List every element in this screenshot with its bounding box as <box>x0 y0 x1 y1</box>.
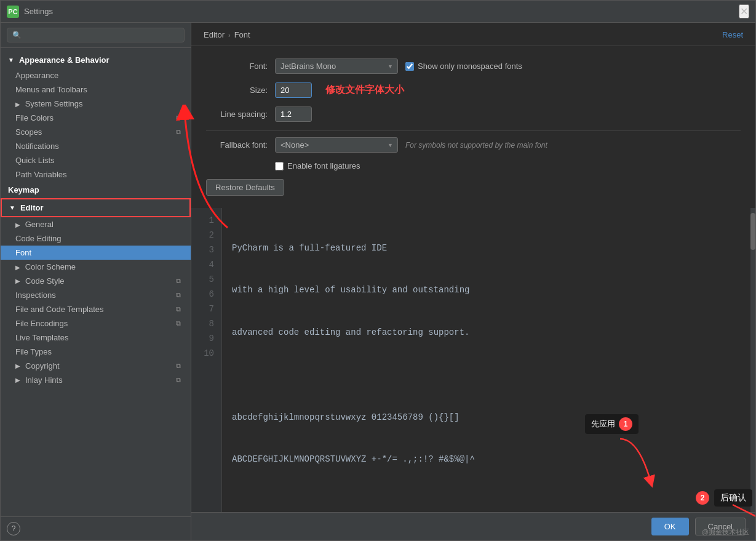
line-num-4: 4 <box>191 257 221 272</box>
preview-vscrollbar-thumb <box>750 213 755 250</box>
sidebar-item-inspections[interactable]: Inspections ⧉ <box>1 288 191 302</box>
preview-line-1: PyCharm is a full-featured IDE <box>232 241 741 255</box>
ligatures-checkbox[interactable] <box>275 162 284 170</box>
sidebar-item-label: Path Variables <box>15 170 67 179</box>
sidebar-item-editor[interactable]: ▼ Editor <box>1 198 191 217</box>
copy-icon: ⧉ <box>176 114 181 122</box>
line-num-7: 7 <box>191 302 221 316</box>
sidebar-item-code-editing[interactable]: Code Editing <box>1 231 191 246</box>
font-select-wrapper: JetBrains Mono <box>275 58 398 74</box>
breadcrumb-separator: › <box>228 31 231 39</box>
restore-row: Restore Defaults <box>206 179 741 196</box>
sidebar-item-label: File and Code Templates <box>15 305 104 314</box>
line-num-6: 6 <box>191 287 221 302</box>
preview-vscrollbar[interactable] <box>750 208 755 512</box>
sidebar-item-copyright[interactable]: ▶ Copyright ⧉ <box>1 359 191 373</box>
breadcrumb: Editor › Font Reset <box>191 23 755 46</box>
chevron-right-icon: ▶ <box>15 101 20 108</box>
sidebar-item-file-types[interactable]: File Types <box>1 345 191 359</box>
sidebar-item-label: Copyright <box>25 361 60 371</box>
line-num-10: 10 <box>191 346 221 361</box>
copy-icon: ⧉ <box>176 376 181 384</box>
show-monospaced-checkbox[interactable] <box>405 62 414 71</box>
line-spacing-input[interactable] <box>275 106 312 122</box>
copy-icon: ⧉ <box>176 305 181 313</box>
ligatures-row: Enable font ligatures <box>206 161 741 170</box>
sidebar-item-label: Notifications <box>15 142 59 151</box>
sidebar-item-general[interactable]: ▶ General <box>1 217 191 231</box>
sidebar: ▼ Appearance & Behavior Appearance Menus… <box>1 23 191 540</box>
close-button[interactable]: ✕ <box>739 4 749 18</box>
sidebar-item-label: File Types <box>15 347 52 356</box>
sidebar-item-label: Scopes <box>15 127 42 137</box>
sidebar-item-inlay-hints[interactable]: ▶ Inlay Hints ⧉ <box>1 373 191 387</box>
fallback-font-label: Fallback font: <box>206 140 268 150</box>
breadcrumb-editor[interactable]: Editor <box>204 30 225 39</box>
help-button[interactable]: ? <box>7 522 20 535</box>
copy-icon: ⧉ <box>176 291 181 299</box>
copy-icon: ⧉ <box>176 362 181 370</box>
ligatures-label[interactable]: Enable font ligatures <box>275 161 360 170</box>
size-row: Size: 修改文件字体大小 <box>206 82 741 98</box>
sidebar-item-label: Inspections <box>15 291 56 300</box>
font-select[interactable]: JetBrains Mono <box>275 58 398 74</box>
sidebar-item-menus-toolbars[interactable]: Menus and Toolbars <box>1 82 191 97</box>
show-monospaced-label[interactable]: Show only monospaced fonts <box>405 62 522 71</box>
sidebar-item-code-style[interactable]: ▶ Code Style ⧉ <box>1 274 191 288</box>
chevron-right-icon: ▶ <box>15 363 20 369</box>
search-input[interactable] <box>7 28 185 42</box>
chevron-right-icon: ▶ <box>15 264 20 271</box>
size-label: Size: <box>206 86 268 95</box>
font-row: Font: JetBrains Mono Show only monospace… <box>206 58 741 74</box>
copy-icon: ⧉ <box>176 319 181 327</box>
sidebar-item-label: File Colors <box>15 113 54 122</box>
sidebar-item-keymap[interactable]: Keymap <box>1 182 191 198</box>
preview-line-7 <box>232 494 741 509</box>
sidebar-item-label: Live Templates <box>15 333 68 342</box>
right-panel: Editor › Font Reset Font: JetBrains Mono <box>191 23 755 540</box>
restore-defaults-button[interactable]: Restore Defaults <box>206 179 284 196</box>
fallback-hint: For symbols not supported by the main fo… <box>405 141 547 150</box>
sidebar-item-path-variables[interactable]: Path Variables <box>1 167 191 182</box>
sidebar-item-file-code-templates[interactable]: File and Code Templates ⧉ <box>1 302 191 316</box>
line-num-5: 5 <box>191 272 221 287</box>
search-box <box>1 23 191 48</box>
sidebar-item-file-encodings[interactable]: File Encodings ⧉ <box>1 316 191 331</box>
preview-scroll[interactable]: PyCharm is a full-featured IDE with a hi… <box>222 208 750 512</box>
fallback-font-select[interactable]: <None> <box>275 137 398 153</box>
sidebar-bottom: ? <box>1 516 191 540</box>
watermark: @掘金技术社区 <box>702 527 749 537</box>
bottom-panel: 先应用 1 <box>191 512 755 540</box>
font-label: Font: <box>206 62 268 71</box>
preview-code: PyCharm is a full-featured IDE with a hi… <box>222 208 750 512</box>
ok-button[interactable]: OK <box>651 518 689 535</box>
preview-line-4 <box>232 367 741 382</box>
chevron-down-icon: ▼ <box>9 204 15 211</box>
sidebar-item-label: General <box>25 220 54 229</box>
window-title: Settings <box>24 7 53 16</box>
settings-area: Font: JetBrains Mono Show only monospace… <box>191 46 755 208</box>
ligatures-text: Enable font ligatures <box>287 161 360 170</box>
copy-icon: ⧉ <box>176 128 181 136</box>
sidebar-item-notifications[interactable]: Notifications <box>1 139 191 153</box>
sidebar-item-appearance-behavior[interactable]: ▼ Appearance & Behavior <box>1 52 191 68</box>
sidebar-item-label: Color Scheme <box>25 262 76 271</box>
sidebar-item-scopes[interactable]: Scopes ⧉ <box>1 125 191 139</box>
sidebar-item-label: Appearance <box>15 71 58 80</box>
sidebar-item-live-templates[interactable]: Live Templates <box>1 331 191 345</box>
sidebar-item-system-settings[interactable]: ▶ System Settings <box>1 97 191 111</box>
chevron-right-icon: ▶ <box>15 222 20 228</box>
sidebar-item-appearance[interactable]: Appearance <box>1 68 191 82</box>
sidebar-item-quick-lists[interactable]: Quick Lists <box>1 153 191 167</box>
sidebar-item-label: Inlay Hints <box>25 375 63 385</box>
size-input[interactable] <box>275 82 312 98</box>
line-numbers: 1 2 3 4 5 6 7 8 9 10 <box>191 208 222 512</box>
sidebar-item-color-scheme[interactable]: ▶ Color Scheme <box>1 260 191 274</box>
reset-button[interactable]: Reset <box>722 30 743 39</box>
breadcrumb-font[interactable]: Font <box>234 30 250 39</box>
sidebar-item-file-colors[interactable]: File Colors ⧉ <box>1 111 191 125</box>
copy-icon: ⧉ <box>176 277 181 285</box>
sidebar-item-font[interactable]: Font <box>1 246 191 260</box>
sidebar-item-label: Code Style <box>25 276 65 286</box>
app-icon: PC <box>7 6 19 18</box>
